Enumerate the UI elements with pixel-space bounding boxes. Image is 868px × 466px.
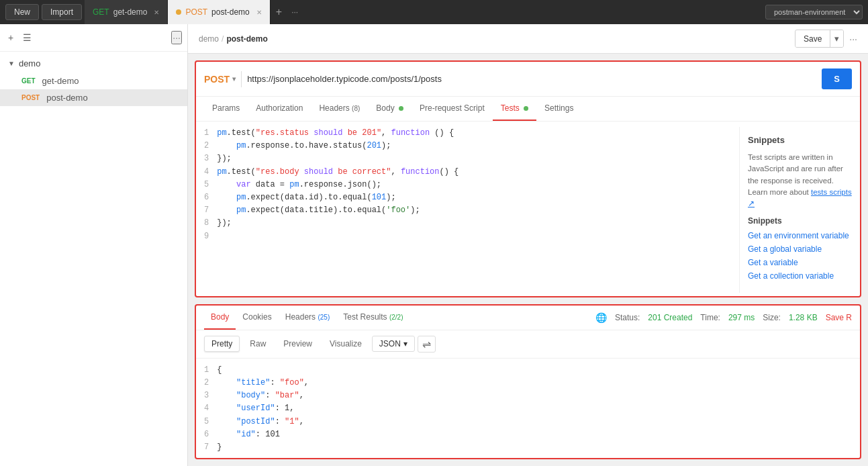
import-button[interactable]: Import	[42, 4, 82, 20]
method-label: POST	[204, 74, 230, 85]
tab-params[interactable]: Params	[204, 97, 248, 121]
sidebar-method-post: POST	[19, 93, 42, 102]
environment-selector[interactable]: postman-environment	[765, 5, 863, 19]
collection-name: demo	[19, 58, 41, 68]
method-chevron-icon: ▾	[232, 75, 236, 83]
size-label: Size:	[763, 313, 781, 322]
code-content[interactable]: pm.test("res.status should be 201", func…	[217, 127, 739, 293]
send-button[interactable]: S	[822, 68, 852, 89]
time-value: 297 ms	[728, 313, 755, 322]
response-tabs: Body Cookies Headers (25) Test Results (…	[204, 306, 409, 330]
sidebar-more-button[interactable]: ···	[171, 31, 182, 44]
save-button-group: Save ▾	[795, 30, 844, 48]
tab-method-post: POST	[185, 7, 207, 17]
collection-header-demo[interactable]: ▼ demo	[0, 54, 187, 73]
tab-post-demo[interactable]: POST post-demo ✕	[168, 0, 270, 24]
sidebar-item-label-post: post-demo	[46, 93, 87, 103]
resp-line-6: "id": 101	[217, 428, 855, 441]
status-value: 201 Created	[648, 313, 692, 322]
status-label: Status:	[615, 313, 640, 322]
size-value: 1.28 KB	[789, 313, 818, 322]
sidebar-item-post-demo[interactable]: POST post-demo	[0, 89, 187, 106]
resp-tab-body[interactable]: Body	[204, 306, 236, 330]
json-chevron-icon: ▾	[403, 339, 407, 348]
code-line-1: pm.test("res.status should be 201", func…	[217, 127, 734, 140]
resp-tab-test-results[interactable]: Test Results (2/2)	[336, 306, 409, 330]
tab-dot-post	[176, 9, 181, 15]
wrap-icon[interactable]: ⇌	[418, 336, 436, 353]
format-bar: Pretty Raw Preview Visualize JSON ▾ ⇌	[196, 330, 860, 359]
sidebar-list-button[interactable]: ☰	[20, 30, 34, 46]
resp-line-5: "postId": "1",	[217, 416, 855, 428]
snippets-section-title: Snippets	[748, 216, 852, 226]
snippet-collection-var[interactable]: Get a collection variable	[748, 271, 852, 281]
tab-name-get: get-demo	[113, 7, 148, 17]
sidebar-method-get: GET	[19, 77, 38, 85]
snippets-description: Test scripts are written in JavaScript a…	[748, 152, 852, 209]
sidebar: + ☰ ··· ▼ demo GET get-demo POST post-de…	[0, 24, 188, 466]
response-meta: 🌐 Status: 201 Created Time: 297 ms Size:…	[595, 312, 852, 323]
response-code-content[interactable]: { "title": "foo", "body": "bar", "userId…	[217, 364, 860, 454]
tab-get-demo[interactable]: GET get-demo ✕	[85, 0, 168, 24]
save-button[interactable]: Save	[795, 31, 830, 47]
save-response-button[interactable]: Save R	[826, 313, 852, 322]
breadcrumb-current: post-demo	[226, 34, 267, 44]
sidebar-item-get-demo[interactable]: GET get-demo	[0, 73, 187, 89]
code-line-2: pm.response.to.have.status(201);	[217, 140, 734, 152]
code-line-6: pm.expect(data.id).to.equal(101);	[217, 191, 734, 204]
response-body: 1234567 { "title": "foo", "body": "bar",…	[196, 359, 860, 459]
response-panel: Body Cookies Headers (25) Test Results (…	[195, 304, 861, 459]
resp-line-7: }	[217, 441, 855, 454]
sidebar-collection: ▼ demo GET get-demo POST post-demo	[0, 52, 187, 109]
tab-settings[interactable]: Settings	[536, 97, 581, 121]
json-label: JSON	[379, 339, 401, 348]
time-label: Time:	[700, 313, 720, 322]
tabs-more-button[interactable]: ···	[287, 7, 302, 17]
new-button[interactable]: New	[5, 4, 39, 20]
collection-arrow: ▼	[8, 60, 15, 67]
code-line-9	[217, 230, 734, 243]
request-panel: POST ▾ S Params Authorization Headers (8…	[195, 60, 861, 297]
format-visualize[interactable]: Visualize	[322, 336, 369, 352]
snippet-env-var[interactable]: Get an environment variable	[748, 231, 852, 240]
sidebar-item-label-get: get-demo	[42, 76, 79, 86]
tab-close-get[interactable]: ✕	[154, 9, 159, 16]
tab-headers[interactable]: Headers (8)	[311, 97, 368, 121]
snippets-title: Snippets	[748, 135, 852, 145]
response-top: Body Cookies Headers (25) Test Results (…	[196, 306, 860, 330]
code-editor: 123456789 pm.test("res.status should be …	[196, 122, 860, 297]
code-line-8: });	[217, 217, 734, 230]
resp-line-4: "userId": 1,	[217, 402, 855, 415]
resp-line-2: "title": "foo",	[217, 377, 855, 389]
breadcrumb-more-button[interactable]: ···	[849, 34, 857, 44]
tab-tests[interactable]: Tests	[493, 97, 536, 121]
breadcrumb-parent[interactable]: demo	[199, 34, 219, 44]
snippet-global-var[interactable]: Get a global variable	[748, 244, 852, 254]
add-tab-button[interactable]: +	[271, 6, 287, 18]
new-collection-button[interactable]: +	[5, 30, 16, 46]
url-input[interactable]	[247, 74, 816, 84]
tab-authorization[interactable]: Authorization	[248, 97, 311, 121]
sidebar-top: + ☰ ···	[0, 24, 187, 52]
request-url-bar: POST ▾ S	[196, 62, 860, 97]
tabs-row: GET get-demo ✕ POST post-demo ✕ + ··· po…	[85, 0, 863, 24]
tab-body[interactable]: Body	[368, 97, 412, 121]
response-line-numbers: 1234567	[196, 364, 217, 454]
code-line-5: var data = pm.response.json();	[217, 179, 734, 191]
snippets-panel: Snippets Test scripts are written in Jav…	[739, 127, 860, 293]
format-preview[interactable]: Preview	[276, 336, 320, 352]
json-type-select[interactable]: JSON ▾	[372, 336, 415, 352]
tab-close-post[interactable]: ✕	[256, 9, 262, 16]
resp-tab-cookies[interactable]: Cookies	[236, 306, 278, 330]
tab-prerequest[interactable]: Pre-request Script	[412, 97, 493, 121]
top-bar-left: New Import	[5, 4, 82, 20]
save-dropdown-button[interactable]: ▾	[830, 30, 843, 47]
resp-line-1: {	[217, 364, 855, 377]
format-raw[interactable]: Raw	[242, 336, 273, 352]
resp-tab-headers[interactable]: Headers (25)	[279, 306, 337, 330]
format-pretty[interactable]: Pretty	[204, 336, 240, 352]
code-line-7: pm.expect(data.title).to.equal('foo');	[217, 204, 734, 217]
method-select[interactable]: POST ▾	[204, 74, 236, 85]
snippet-var[interactable]: Get a variable	[748, 258, 852, 267]
resp-line-3: "body": "bar",	[217, 389, 855, 402]
